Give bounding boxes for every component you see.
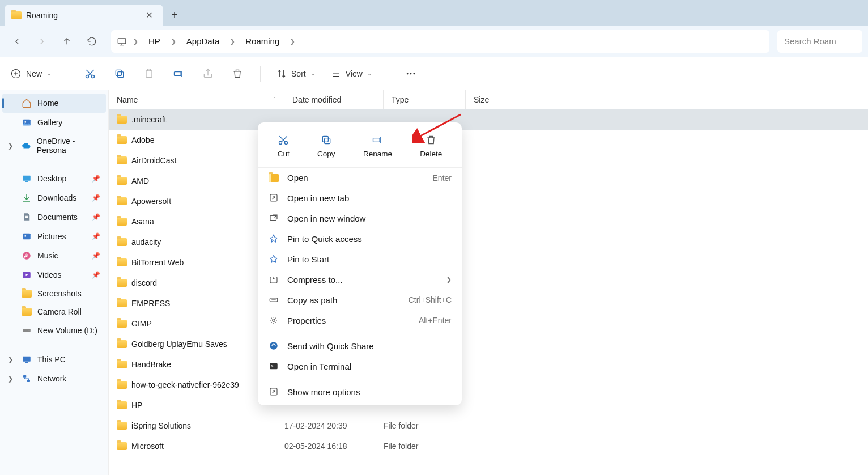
sidebar-item-pictures[interactable]: Pictures📌 bbox=[2, 227, 106, 246]
sidebar-item-new-volume-d-[interactable]: New Volume (D:) bbox=[2, 321, 106, 340]
ctx-rename-button[interactable]: Rename bbox=[358, 132, 398, 160]
forward-button[interactable] bbox=[31, 30, 53, 53]
breadcrumb-roaming[interactable]: Roaming bbox=[241, 34, 284, 48]
file-row[interactable]: HP bbox=[109, 395, 868, 415]
sidebar-item-music[interactable]: Music📌 bbox=[2, 246, 106, 265]
file-type: File folder bbox=[384, 442, 466, 451]
search-input[interactable]: Search Roam bbox=[777, 30, 862, 53]
file-row[interactable]: AirDroidCast bbox=[109, 150, 868, 171]
folder-icon bbox=[117, 116, 127, 124]
cut-button[interactable] bbox=[83, 68, 97, 79]
sidebar-label: Pictures bbox=[37, 232, 66, 241]
pc-icon bbox=[117, 36, 127, 46]
col-size[interactable]: Size bbox=[466, 90, 520, 109]
paste-button[interactable] bbox=[142, 68, 156, 79]
sidebar-label: OneDrive - Persona bbox=[37, 137, 100, 155]
file-row[interactable]: Microsoft02-05-2024 16:18File folder bbox=[109, 436, 868, 456]
newtab-icon bbox=[268, 193, 279, 203]
new-tab-button[interactable]: + bbox=[163, 5, 186, 26]
file-row[interactable]: Goldberg UplayEmu Saves bbox=[109, 334, 868, 354]
delete-button[interactable] bbox=[231, 68, 244, 79]
ctx-item-show-more-options[interactable]: Show more options bbox=[258, 381, 462, 402]
new-button[interactable]: New⌄ bbox=[10, 68, 51, 79]
file-row[interactable]: AMD bbox=[109, 171, 868, 191]
up-button[interactable] bbox=[56, 30, 78, 53]
props-icon bbox=[268, 315, 279, 325]
sidebar-item-camera-roll[interactable]: Camera Roll bbox=[2, 303, 106, 321]
rename-icon bbox=[372, 134, 383, 146]
rename-button[interactable] bbox=[172, 68, 185, 79]
address-bar[interactable]: ❯ HP ❯ AppData ❯ Roaming ❯ bbox=[111, 30, 769, 53]
chevron-right-icon[interactable]: ❯ bbox=[227, 37, 237, 45]
ctx-cut-button[interactable]: Cut bbox=[272, 132, 295, 160]
file-name: audacity bbox=[131, 238, 161, 247]
col-type[interactable]: Type bbox=[384, 90, 466, 109]
ctx-delete-button[interactable]: Delete bbox=[414, 132, 448, 160]
tab-roaming[interactable]: Roaming ✕ bbox=[5, 5, 163, 26]
sidebar-label: Desktop bbox=[37, 174, 66, 183]
col-name[interactable]: Name˄ bbox=[109, 90, 284, 109]
sidebar-item-screenshots[interactable]: Screenshots bbox=[2, 285, 106, 303]
col-date[interactable]: Date modified bbox=[284, 90, 384, 109]
ctx-item-pin-to-quick-access[interactable]: Pin to Quick access bbox=[258, 228, 462, 249]
pin-icon bbox=[268, 234, 279, 244]
folder-icon bbox=[117, 340, 127, 348]
file-row[interactable]: GIMP bbox=[109, 313, 868, 334]
file-row[interactable]: .minecraft bbox=[109, 109, 868, 130]
file-row[interactable]: iSpring Solutions17-02-2024 20:39File fo… bbox=[109, 415, 868, 436]
ctx-item-pin-to-start[interactable]: Pin to Start bbox=[258, 249, 462, 269]
view-button[interactable]: View⌄ bbox=[331, 69, 372, 79]
more-button[interactable] bbox=[404, 68, 418, 79]
ctx-item-compress-to-[interactable]: Compress to...❯ bbox=[258, 269, 462, 290]
file-row[interactable]: EMPRESS bbox=[109, 293, 868, 313]
svg-point-38 bbox=[270, 342, 278, 350]
file-row[interactable]: Asana bbox=[109, 211, 868, 232]
file-row[interactable]: HandBrake bbox=[109, 354, 868, 375]
sidebar-item-documents[interactable]: Documents📌 bbox=[2, 207, 106, 227]
sidebar-item-desktop[interactable]: Desktop📌 bbox=[2, 169, 106, 188]
ctx-item-properties[interactable]: PropertiesAlt+Enter bbox=[258, 310, 462, 330]
sidebar-item-downloads[interactable]: Downloads📌 bbox=[2, 188, 106, 207]
file-row[interactable]: Adobe bbox=[109, 130, 868, 150]
folder-icon bbox=[117, 136, 127, 144]
chevron-right-icon[interactable]: ❯ bbox=[168, 37, 178, 45]
share-button[interactable] bbox=[201, 68, 215, 79]
close-tab-button[interactable]: ✕ bbox=[142, 8, 156, 23]
folder-icon bbox=[11, 11, 22, 19]
sort-button[interactable]: Sort⌄ bbox=[276, 69, 315, 79]
svg-point-11 bbox=[413, 73, 415, 74]
videos-icon bbox=[22, 270, 32, 280]
file-row[interactable]: discord bbox=[109, 273, 868, 293]
copy-button[interactable] bbox=[113, 68, 126, 79]
chevron-right-icon[interactable]: ❯ bbox=[287, 37, 297, 45]
sidebar-item-videos[interactable]: Videos📌 bbox=[2, 265, 106, 285]
file-row[interactable]: BitTorrent Web bbox=[109, 252, 868, 273]
ctx-item-open-in-new-window[interactable]: Open in new window bbox=[258, 208, 462, 228]
ctx-item-send-with-quick-share[interactable]: Send with Quick Share bbox=[258, 336, 462, 356]
breadcrumb-appdata[interactable]: AppData bbox=[182, 34, 224, 48]
folder-icon bbox=[117, 442, 127, 450]
newwin-icon bbox=[268, 213, 279, 223]
file-name: Asana bbox=[131, 217, 154, 226]
back-button[interactable] bbox=[6, 30, 28, 53]
file-row[interactable]: how-to-geek-nativefier-962e39 bbox=[109, 375, 868, 395]
chevron-right-icon[interactable]: ❯ bbox=[130, 37, 141, 45]
ctx-item-copy-as-path[interactable]: Copy as pathCtrl+Shift+C bbox=[258, 290, 462, 310]
breadcrumb-hp[interactable]: HP bbox=[144, 34, 165, 48]
sidebar-item-onedrive-persona[interactable]: ❯OneDrive - Persona bbox=[2, 132, 106, 159]
file-row[interactable]: Apowersoft bbox=[109, 191, 868, 211]
shortcut-label: Ctrl+Shift+C bbox=[409, 295, 452, 304]
sidebar-item-gallery[interactable]: Gallery bbox=[2, 113, 106, 132]
svg-rect-16 bbox=[25, 216, 28, 217]
folder-icon bbox=[117, 258, 127, 266]
ctx-copy-button[interactable]: Copy bbox=[312, 132, 341, 160]
file-row[interactable]: audacity bbox=[109, 232, 868, 252]
refresh-button[interactable] bbox=[80, 30, 103, 53]
sidebar-item-network[interactable]: ❯Network bbox=[2, 369, 106, 388]
sidebar-item-home[interactable]: Home bbox=[2, 94, 106, 113]
ctx-item-open[interactable]: OpenEnter bbox=[258, 168, 462, 188]
ctx-item-open-in-terminal[interactable]: Open in Terminal bbox=[258, 356, 462, 376]
ctx-item-open-in-new-tab[interactable]: Open in new tab bbox=[258, 188, 462, 208]
file-name: HP bbox=[131, 401, 142, 410]
sidebar-item-this-pc[interactable]: ❯This PC bbox=[2, 350, 106, 369]
